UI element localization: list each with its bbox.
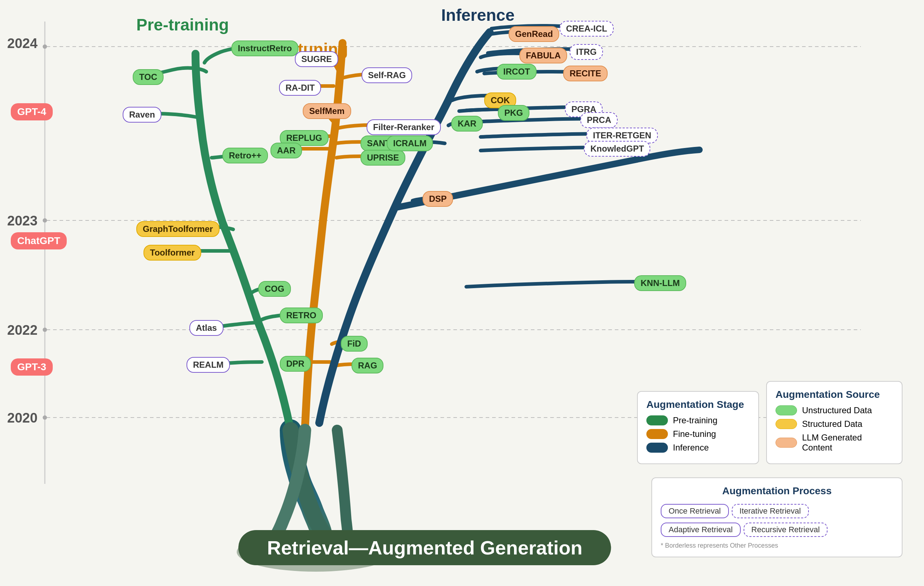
node-ircot: IRCOT (497, 64, 536, 79)
model-gpt3: GPT-3 (11, 359, 53, 375)
legend-process-note: * Borderless represents Other Processes (661, 542, 893, 550)
node-itrg: ITRG (569, 44, 603, 60)
node-dpr: DPR (280, 356, 311, 372)
node-fabula: FABULA (520, 48, 567, 63)
node-selfmem: SelfMem (303, 103, 351, 119)
node-filterreranker: Filter-Reranker (366, 119, 441, 135)
node-retro: RETRO (280, 308, 323, 323)
legend-stage-inference: Inference (646, 443, 750, 453)
svg-point-8 (43, 415, 47, 420)
legend-process-adaptive: Adaptive Retrieval (661, 523, 741, 537)
legend-stage-pretrain: Pre-training (646, 415, 750, 425)
svg-point-5 (43, 44, 47, 49)
year-2024: 2024 (7, 36, 38, 51)
node-realm: REALM (186, 357, 230, 373)
legend-process-recursive: Recursive Retrieval (744, 523, 828, 537)
node-toolformer: Toolformer (144, 245, 201, 260)
node-icralm: ICRALM (387, 135, 433, 151)
node-aar: AAR (271, 143, 302, 158)
legend-augmentation-process: Augmentation Process Once Retrieval Iter… (652, 477, 903, 557)
model-chatgpt: ChatGPT (11, 232, 67, 249)
node-fid: FiD (341, 336, 368, 352)
year-2020: 2020 (7, 410, 38, 426)
svg-point-6 (43, 218, 47, 222)
legend-stage-finetune: Fine-tuning (646, 429, 750, 439)
node-knnllm: KNN-LLM (634, 275, 686, 291)
legend-source-structured: Structured Data (776, 419, 893, 429)
model-gpt4: GPT-4 (11, 103, 53, 120)
inference-header: Inference (441, 5, 515, 25)
legend-stage-finetune-label: Fine-tuning (673, 429, 716, 439)
year-2022: 2022 (7, 323, 38, 338)
legend-augmentation-source: Augmentation Source Unstructured Data St… (766, 381, 903, 464)
node-prca: PRCA (580, 112, 618, 128)
node-pkg: PKG (498, 105, 530, 121)
node-toc: TOC (133, 69, 163, 85)
legend-source-structured-label: Structured Data (802, 419, 862, 429)
node-raven: Raven (123, 107, 162, 123)
node-knowledgpt: KnowledGPT (584, 141, 650, 156)
node-genread: GenRead (509, 26, 559, 42)
year-2023: 2023 (7, 213, 38, 229)
legend-stage-title: Augmentation Stage (646, 399, 750, 410)
node-selfrag: Self-RAG (361, 67, 412, 83)
legend-source-llm-label: LLM Generated Content (802, 433, 893, 453)
bottom-title: Retrieval—Augmented Generation (238, 530, 611, 565)
legend-process-once: Once Retrieval (661, 504, 729, 518)
node-cog: COG (258, 281, 291, 297)
node-dsp: DSP (422, 191, 453, 207)
pretrain-header: Pre-training (136, 15, 229, 35)
legend-source-title: Augmentation Source (776, 389, 893, 400)
main-canvas: Pre-training Fine-tuning Inference 2024 … (0, 0, 924, 586)
node-retropp: Retro++ (223, 148, 268, 163)
legend-source-llm: LLM Generated Content (776, 433, 893, 453)
node-sugre: SUGRE (295, 51, 338, 67)
node-kar: KAR (451, 116, 483, 132)
legend-stage-inference-label: Inference (673, 443, 709, 453)
legend-process-iterative: Iterative Retrieval (732, 504, 809, 518)
node-uprise: UPRISE (360, 150, 405, 166)
legend-stage-pretrain-label: Pre-training (673, 415, 718, 425)
legend-source-unstructured: Unstructured Data (776, 405, 893, 415)
legend-process-title: Augmentation Process (661, 485, 893, 497)
svg-point-7 (43, 328, 47, 332)
node-rag: RAG (351, 358, 383, 374)
node-graphtoolformer: GraphToolformer (136, 221, 219, 237)
legend-source-unstructured-label: Unstructured Data (802, 405, 872, 415)
node-atlas: Atlas (190, 320, 223, 336)
node-recite: RECITE (563, 66, 608, 81)
node-creaicl: CREA-ICL (559, 21, 614, 36)
node-radit: RA-DIT (279, 80, 321, 96)
node-instructretro: InstructRetro (231, 41, 299, 56)
legend-augmentation-stage: Augmentation Stage Pre-training Fine-tun… (637, 391, 759, 464)
